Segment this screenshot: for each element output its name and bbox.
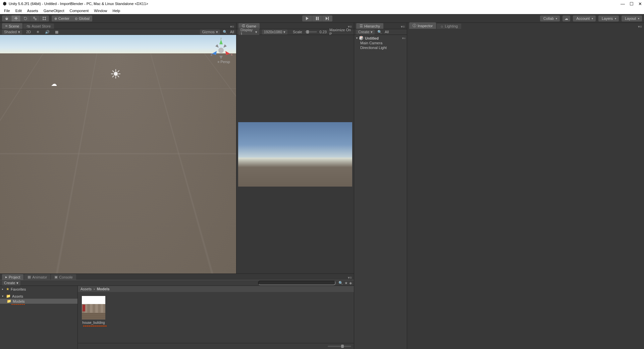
- panel-options-icon[interactable]: ▾≡: [230, 24, 234, 29]
- menu-help[interactable]: Help: [110, 8, 123, 13]
- breadcrumb-root[interactable]: Assets: [80, 287, 92, 291]
- window-close-button[interactable]: ✕: [638, 1, 642, 6]
- hand-tool-button[interactable]: [2, 15, 11, 21]
- type-filter-icon[interactable]: ◈: [349, 281, 352, 285]
- tab-inspector[interactable]: ⓘInspector: [409, 22, 436, 29]
- panel-options-icon[interactable]: ▾≡: [401, 24, 405, 29]
- panel-options-icon[interactable]: ▾≡: [638, 24, 642, 29]
- caret-down-icon: ▾: [556, 17, 557, 20]
- game-panel: ᗧGame ▾≡ Display 1▾ 1920x1080▾ Scale 0.2…: [236, 23, 354, 273]
- svg-marker-19: [212, 51, 217, 55]
- project-create-dropdown[interactable]: Create▾: [2, 281, 20, 286]
- project-content: Assets › Models house_building: [78, 286, 354, 349]
- search-icon: 🔍: [223, 30, 227, 34]
- scene-lighting-toggle[interactable]: ☀: [35, 30, 41, 35]
- menu-edit[interactable]: Edit: [13, 8, 24, 13]
- hierarchy-scene-root[interactable]: ▾ 🎲 Untitled ▾≡: [354, 36, 407, 41]
- favorite-filter-icon[interactable]: ★: [344, 281, 348, 285]
- unity-scene-icon: 🎲: [359, 36, 364, 40]
- scene-search-all-label[interactable]: All: [230, 30, 234, 34]
- svg-point-14: [218, 48, 224, 53]
- game-scale-label: Scale: [293, 30, 302, 34]
- pivot-center-toggle[interactable]: ⊕Center: [52, 15, 72, 21]
- hierarchy-icon: ☰: [360, 24, 363, 28]
- tree-favorites[interactable]: ▸★Favorites: [0, 287, 77, 292]
- hierarchy-body[interactable]: ▾ 🎲 Untitled ▾≡ Main Camera Directional …: [354, 35, 407, 349]
- pivot-center-label: Center: [58, 16, 69, 20]
- game-viewport[interactable]: [236, 35, 354, 273]
- hierarchy-item-main-camera[interactable]: Main Camera: [354, 41, 407, 45]
- orientation-gizmo[interactable]: y x z: [209, 38, 233, 61]
- rotate-tool-button[interactable]: [21, 15, 30, 21]
- svg-point-5: [43, 17, 44, 18]
- panel-options-icon[interactable]: ▾≡: [348, 276, 352, 280]
- scale-tool-button[interactable]: [30, 15, 40, 21]
- tab-animator[interactable]: ▦Animator: [24, 274, 50, 280]
- scene-viewport[interactable]: ☀ ☁ y x z ≡ Persp: [0, 35, 236, 273]
- svg-rect-13: [328, 17, 329, 20]
- inspector-icon: ⓘ: [413, 23, 416, 28]
- scene-skybox: [0, 35, 236, 53]
- play-button[interactable]: [302, 15, 312, 21]
- search-icon: 🔍: [377, 30, 382, 34]
- pause-button[interactable]: [312, 15, 322, 21]
- assets-grid[interactable]: house_building: [78, 292, 354, 343]
- tree-assets[interactable]: ▾📁Assets: [0, 294, 77, 299]
- account-dropdown[interactable]: Account▾: [573, 15, 596, 21]
- thumbnail-size-slider[interactable]: [328, 346, 351, 347]
- asset-item-house-building[interactable]: house_building: [82, 296, 105, 325]
- layout-dropdown[interactable]: Layout▾: [622, 15, 642, 21]
- game-scale-slider[interactable]: [305, 31, 317, 33]
- pivot-global-toggle[interactable]: ⊙Global: [72, 15, 92, 21]
- tab-asset-store[interactable]: 🛍Asset Store: [23, 23, 54, 29]
- directional-light-gizmo-icon[interactable]: ☀: [110, 67, 121, 82]
- scene-gizmos-label: Gizmos: [202, 30, 214, 34]
- tab-lighting[interactable]: ☼Lighting: [437, 23, 461, 29]
- breadcrumb-current[interactable]: Models: [97, 287, 110, 291]
- caret-down-icon: ▾: [592, 17, 593, 20]
- tab-scene[interactable]: ⌗Scene: [2, 23, 22, 29]
- step-button[interactable]: [322, 15, 332, 21]
- layers-dropdown[interactable]: Layers▾: [598, 15, 619, 21]
- tab-project-label: Project: [9, 275, 20, 279]
- tab-hierarchy[interactable]: ☰Hierarchy: [356, 23, 383, 29]
- layout-label: Layout: [625, 16, 636, 20]
- window-maximize-button[interactable]: ☐: [630, 1, 634, 6]
- scene-gizmos-dropdown[interactable]: Gizmos▾: [200, 30, 220, 35]
- cloud-button[interactable]: ☁: [562, 15, 570, 21]
- menu-assets[interactable]: Assets: [24, 8, 41, 13]
- caret-down-icon: ▾: [16, 281, 18, 285]
- move-tool-button[interactable]: [11, 15, 21, 21]
- window-minimize-button[interactable]: —: [621, 1, 625, 6]
- annotation-underline: [83, 326, 107, 327]
- game-resolution-dropdown[interactable]: 1920x1080▾: [262, 30, 287, 35]
- scene-panel: ⌗Scene 🛍Asset Store ▾≡ Shaded▾ 2D ☀ 🔊 ▦ …: [0, 23, 236, 273]
- hierarchy-item-directional-light[interactable]: Directional Light: [354, 45, 407, 50]
- rect-tool-button[interactable]: [40, 15, 49, 21]
- star-icon: ★: [6, 287, 9, 291]
- search-filter-icon[interactable]: 🔍: [338, 281, 343, 285]
- menu-gameobject[interactable]: GameObject: [41, 8, 67, 13]
- main-toolbar: ⊕Center ⊙Global Collab▾ ☁ Account▾ Layer…: [0, 14, 644, 23]
- scene-options-icon[interactable]: ▾≡: [402, 37, 406, 40]
- scene-fx-toggle[interactable]: ▦: [54, 30, 60, 35]
- tree-models[interactable]: 📁Models: [0, 299, 77, 304]
- hierarchy-search-all-label[interactable]: All: [385, 30, 389, 34]
- tab-console[interactable]: ▣Console: [51, 274, 76, 280]
- svg-rect-2: [35, 19, 36, 20]
- menu-component[interactable]: Component: [67, 8, 91, 13]
- camera-gizmo-icon[interactable]: ☁: [51, 80, 57, 88]
- scene-audio-toggle[interactable]: 🔊: [44, 30, 51, 35]
- project-search-input[interactable]: [258, 281, 336, 285]
- scene-shading-dropdown[interactable]: Shaded▾: [2, 30, 22, 35]
- collab-label: Collab: [543, 16, 554, 20]
- tab-inspector-label: Inspector: [418, 24, 433, 28]
- collab-dropdown[interactable]: Collab▾: [540, 15, 560, 21]
- annotation-underline: [11, 304, 25, 305]
- menu-window[interactable]: Window: [91, 8, 110, 13]
- scene-2d-toggle[interactable]: 2D: [25, 30, 32, 34]
- hierarchy-create-dropdown[interactable]: Create▾: [356, 30, 375, 35]
- menu-file[interactable]: File: [1, 8, 13, 13]
- tab-project[interactable]: ▸Project: [2, 274, 23, 280]
- projection-label[interactable]: ≡ Persp: [218, 60, 230, 64]
